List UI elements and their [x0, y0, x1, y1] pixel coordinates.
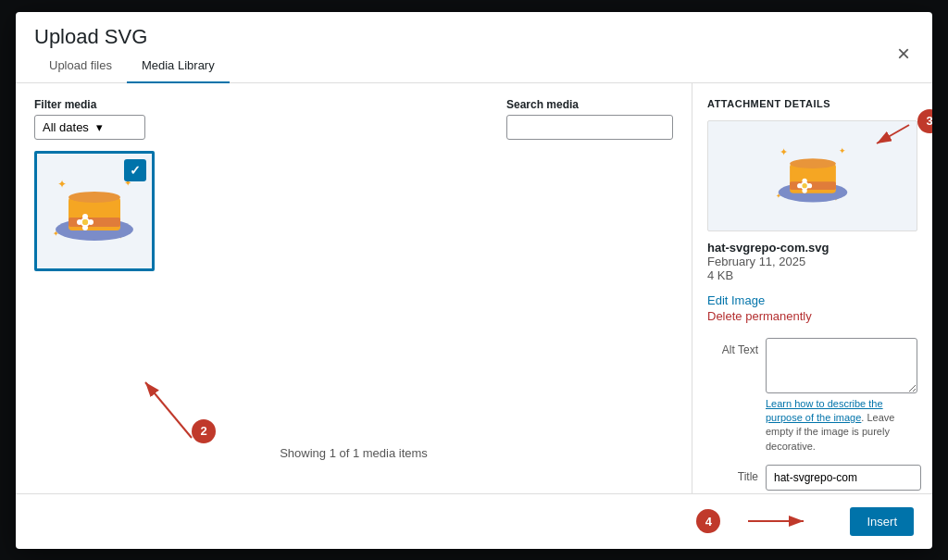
svg-point-30: [790, 158, 836, 168]
title-input[interactable]: [766, 465, 921, 491]
attachment-section-title: ATTACHMENT DETAILS: [707, 98, 917, 109]
alt-text-help: Learn how to describe the purpose of the…: [766, 397, 917, 454]
arrow-4: [748, 507, 822, 535]
filter-select[interactable]: All dates ▾: [34, 115, 145, 140]
svg-rect-6: [69, 218, 120, 227]
svg-point-29: [802, 183, 806, 188]
media-grid-wrapper: ✦ ✦ ✦ ✦: [34, 151, 673, 479]
annotation-3: 3: [917, 109, 932, 133]
attachment-thumbnail: ✦ ✦ ✦ ✦: [707, 120, 917, 231]
svg-rect-23: [790, 181, 836, 190]
insert-button[interactable]: Insert: [850, 507, 914, 536]
svg-point-27: [797, 183, 802, 188]
modal-title: Upload SVG: [34, 25, 230, 49]
annotation-2: 2: [192, 419, 216, 443]
alt-text-group: Alt Text Learn how to describe the purpo…: [707, 338, 917, 454]
svg-point-26: [802, 188, 806, 193]
chevron-down-icon: ▾: [96, 120, 103, 134]
modal-header: Upload SVG Upload files Media Library ×: [16, 12, 932, 83]
search-section: Search media: [506, 98, 673, 140]
media-item[interactable]: ✦ ✦ ✦ ✦: [34, 151, 155, 271]
showing-text: Showing 1 of 1 media items: [280, 446, 428, 460]
svg-text:✦: ✦: [57, 178, 67, 191]
title-row: Title: [707, 465, 917, 491]
svg-text:✦: ✦: [780, 145, 788, 156]
alt-text-row: Alt Text: [707, 338, 917, 393]
delete-permanently-link[interactable]: Delete permanently: [707, 309, 917, 323]
attachment-size: 4 KB: [707, 268, 917, 282]
svg-point-14: [69, 192, 120, 203]
svg-point-28: [806, 183, 811, 188]
svg-point-12: [88, 219, 94, 225]
close-button[interactable]: ×: [893, 43, 914, 65]
svg-point-11: [77, 219, 82, 225]
attachment-panel-wrapper: ATTACHMENT DETAILS ✦ ✦ ✦ ✦: [692, 83, 932, 493]
tab-upload-files[interactable]: Upload files: [34, 49, 127, 83]
svg-text:✦: ✦: [839, 146, 846, 156]
filter-section: Filter media All dates ▾: [34, 98, 145, 140]
search-label: Search media: [506, 98, 673, 111]
attachment-actions: Edit Image Delete permanently: [707, 293, 917, 323]
attachment-date: February 11, 2025: [707, 255, 917, 268]
search-input[interactable]: [506, 115, 673, 140]
modal: Upload SVG Upload files Media Library × …: [16, 12, 932, 549]
attachment-info: hat-svgrepo-com.svg February 11, 2025 4 …: [707, 241, 917, 282]
annotation-4: 4: [696, 509, 720, 533]
filter-label: Filter media: [34, 98, 145, 111]
modal-footer: 4 Insert: [16, 493, 932, 549]
media-area: Filter media All dates ▾ Search media: [16, 83, 692, 493]
media-toolbar: Filter media All dates ▾ Search media: [34, 98, 673, 140]
svg-point-9: [82, 214, 88, 219]
media-grid: ✦ ✦ ✦ ✦: [34, 151, 673, 271]
filter-value: All dates: [43, 120, 89, 134]
svg-point-13: [82, 219, 88, 225]
svg-point-10: [82, 225, 88, 230]
title-label: Title: [707, 465, 758, 483]
tab-media-library[interactable]: Media Library: [127, 49, 230, 83]
modal-tabs: Upload files Media Library: [34, 49, 230, 82]
modal-body: Filter media All dates ▾ Search media: [16, 83, 932, 493]
svg-line-16: [145, 382, 192, 438]
modal-overlay: Upload SVG Upload files Media Library × …: [0, 0, 948, 560]
alt-text-label: Alt Text: [707, 338, 758, 356]
selected-check-icon: ✓: [124, 159, 146, 181]
attachment-filename: hat-svgrepo-com.svg: [707, 241, 917, 255]
title-group: Title: [707, 465, 917, 491]
svg-point-25: [802, 178, 806, 182]
alt-text-input[interactable]: [766, 338, 917, 393]
attachment-panel: ATTACHMENT DETAILS ✦ ✦ ✦ ✦: [692, 83, 932, 493]
edit-image-link[interactable]: Edit Image: [707, 293, 917, 307]
